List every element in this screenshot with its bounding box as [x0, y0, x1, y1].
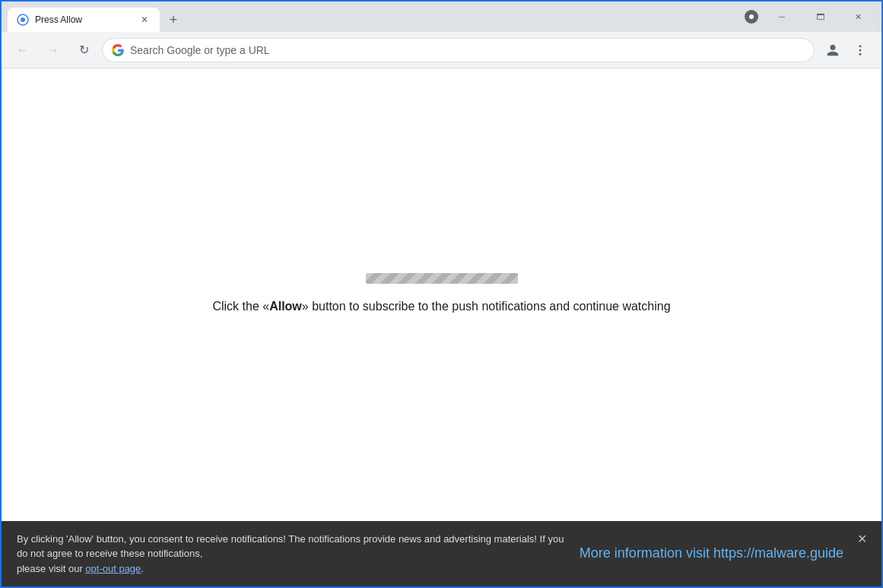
- menu-icon: [853, 43, 867, 57]
- svg-point-4: [859, 52, 862, 55]
- profile-icon: [826, 43, 840, 57]
- svg-point-3: [859, 49, 862, 51]
- reload-button[interactable]: ↻: [71, 38, 96, 62]
- tab-title: Press Allow: [35, 14, 132, 25]
- google-logo-icon: [112, 44, 124, 56]
- browser-window: Press Allow ✕ + ─ 🗖 ✕ ← → ↻ Search Go: [0, 0, 883, 588]
- title-bar: Press Allow ✕ + ─ 🗖 ✕: [2, 2, 881, 32]
- page-message: Click the «Allow» button to subscribe to…: [212, 297, 670, 316]
- tab-strip: Press Allow ✕ +: [8, 2, 745, 32]
- notification-indicator: [745, 10, 758, 24]
- notification-text-after-link: .: [141, 563, 144, 574]
- notification-close-button[interactable]: ✕: [854, 532, 869, 547]
- loading-bar: [366, 273, 518, 284]
- address-text: Search Google or type a URL: [130, 44, 805, 56]
- active-tab[interactable]: Press Allow ✕: [8, 8, 160, 32]
- maximize-button[interactable]: 🗖: [802, 6, 837, 27]
- new-tab-button[interactable]: +: [163, 9, 184, 30]
- message-allow: Allow: [269, 300, 302, 313]
- window-controls: ─ 🗖 ✕: [764, 6, 875, 27]
- svg-point-1: [21, 17, 25, 22]
- tab-close-button[interactable]: ✕: [138, 14, 151, 26]
- svg-point-2: [859, 45, 862, 47]
- tab-favicon-icon: [17, 14, 29, 26]
- notification-bar: By clicking 'Allow' button, you consent …: [2, 521, 881, 587]
- back-button[interactable]: ←: [11, 38, 35, 62]
- minimize-button[interactable]: ─: [764, 6, 799, 27]
- address-bar[interactable]: Search Google or type a URL: [102, 38, 815, 62]
- opt-out-link[interactable]: opt-out page: [85, 563, 141, 574]
- message-suffix: » button to subscribe to the push notifi…: [302, 300, 671, 313]
- notification-text: By clicking 'Allow' button, you consent …: [17, 532, 564, 577]
- menu-button[interactable]: [848, 38, 872, 62]
- toolbar: ← → ↻ Search Google or type a URL: [2, 32, 881, 68]
- page-content: Click the «Allow» button to subscribe to…: [2, 68, 881, 521]
- forward-button[interactable]: →: [41, 38, 65, 62]
- notification-info-text: More information visit https://malware.g…: [564, 543, 843, 564]
- message-prefix: Click the «: [212, 300, 269, 313]
- close-button[interactable]: ✕: [840, 6, 875, 27]
- profile-button[interactable]: [821, 38, 845, 62]
- toolbar-right: [821, 38, 872, 62]
